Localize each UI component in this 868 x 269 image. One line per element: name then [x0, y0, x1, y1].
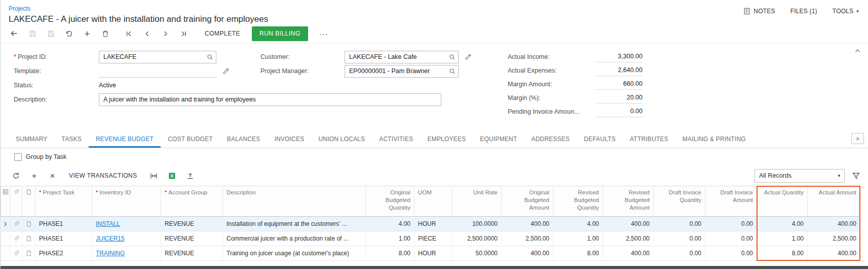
- template-field[interactable]: [99, 65, 216, 78]
- view-transactions-button[interactable]: VIEW TRANSACTIONS: [62, 172, 144, 179]
- cell-actual-amt[interactable]: 2,500.00: [808, 231, 860, 246]
- col-header-unit-rate[interactable]: Unit Rate: [452, 186, 502, 217]
- row-paperclip-icon[interactable]: [10, 217, 22, 231]
- cell-draft-inv-amt[interactable]: 0.00: [705, 217, 757, 231]
- tab-equipment[interactable]: EQUIPMENT: [473, 130, 524, 148]
- tab-attributes[interactable]: ATTRIBUTES: [623, 130, 675, 148]
- cell-draft-inv-amt[interactable]: 0.00: [705, 231, 757, 246]
- col-header-inventory-id[interactable]: *Inventory ID: [92, 186, 161, 217]
- back-button[interactable]: [6, 26, 23, 41]
- col-header-account-group[interactable]: *Account Group: [161, 186, 223, 217]
- more-actions-button[interactable]: ···: [313, 29, 334, 38]
- cell-draft-inv-qty[interactable]: 0.00: [654, 246, 705, 261]
- collapse-form-button[interactable]: [854, 48, 861, 54]
- row-paperclip-icon[interactable]: [10, 231, 22, 246]
- row-note-icon[interactable]: [22, 231, 35, 246]
- tab-invoices[interactable]: INVOICES: [267, 130, 311, 148]
- cell-description[interactable]: Commercial juicer with a production rate…: [223, 231, 366, 246]
- tab-tasks[interactable]: TASKS: [55, 130, 89, 148]
- cell-orig-budget-qty[interactable]: 8.00: [366, 246, 414, 261]
- previous-record-button[interactable]: [138, 26, 156, 41]
- col-header-original-budgeted-quantity[interactable]: Original Budgeted Quantity: [366, 186, 414, 217]
- cell-revised-amt[interactable]: 2,500.00: [603, 231, 654, 246]
- inventory-id-link[interactable]: INSTALL: [96, 220, 120, 227]
- cell-orig-budget-amt[interactable]: 2,500.00: [502, 231, 553, 246]
- last-record-button[interactable]: [175, 26, 192, 41]
- col-header-description[interactable]: Description: [223, 186, 366, 217]
- delete-row-button[interactable]: ×: [44, 169, 61, 183]
- cell-unit-rate[interactable]: 50.0000: [452, 246, 502, 261]
- cell-revised-amt[interactable]: 400.00: [603, 217, 654, 231]
- row-note-icon[interactable]: [22, 217, 35, 231]
- cell-orig-budget-amt[interactable]: 400.00: [502, 217, 553, 231]
- tab-summary[interactable]: SUMMARY: [9, 130, 55, 148]
- cell-project-task[interactable]: PHASE1: [35, 231, 92, 246]
- table-row-juicer15[interactable]: PHASE1JUICER15REVENUECommercial juicer w…: [1, 231, 860, 246]
- table-row-install[interactable]: PHASE1INSTALLREVENUEInstallation of equi…: [1, 217, 860, 231]
- refresh-button[interactable]: [8, 169, 24, 183]
- tools-button[interactable]: TOOLS ▾: [833, 8, 859, 15]
- lookup-icon[interactable]: [449, 68, 456, 75]
- fit-to-screen-icon[interactable]: [145, 169, 162, 183]
- complete-button[interactable]: COMPLETE: [198, 26, 247, 41]
- cell-orig-budget-qty[interactable]: 4.00: [366, 217, 414, 231]
- files-button[interactable]: FILES (1): [790, 8, 817, 15]
- cell-uom[interactable]: HOUR: [414, 246, 452, 261]
- cell-account-group[interactable]: REVENUE: [161, 231, 223, 246]
- notes-button[interactable]: NOTES: [743, 8, 775, 15]
- cell-uom[interactable]: HOUR: [414, 217, 452, 231]
- cell-actual-amt[interactable]: 400.00: [808, 217, 860, 231]
- lookup-icon[interactable]: [207, 54, 213, 60]
- cell-inventory-id[interactable]: TRAINING: [92, 246, 161, 261]
- cell-description[interactable]: Training on juicer usage (at customer's …: [223, 246, 366, 261]
- pencil-icon[interactable]: [222, 68, 230, 75]
- tab-addresses[interactable]: ADDRESSES: [524, 130, 577, 148]
- cell-unit-rate[interactable]: 100.0000: [452, 217, 502, 231]
- records-filter-select[interactable]: All Records ▾: [754, 169, 845, 183]
- row-paperclip-icon[interactable]: [10, 246, 22, 261]
- col-header-revised-budgeted-quantity[interactable]: Revised Budgeted Quantity: [553, 186, 603, 217]
- cell-revised-qty[interactable]: 8.00: [553, 246, 603, 261]
- tab-mailing-printing[interactable]: MAILING & PRINTING: [675, 130, 753, 148]
- filter-icon[interactable]: [852, 172, 860, 180]
- col-header-actual-amount[interactable]: Actual Amount: [808, 186, 860, 217]
- tabs-overflow-button[interactable]: »: [851, 133, 864, 144]
- cell-inventory-id[interactable]: INSTALL: [92, 217, 161, 231]
- cell-project-task[interactable]: PHASE2: [35, 246, 92, 261]
- inventory-id-link[interactable]: JUICER15: [96, 235, 125, 242]
- add-row-button[interactable]: +: [26, 169, 43, 183]
- cell-orig-budget-amt[interactable]: 400.00: [502, 246, 553, 261]
- project-manager-input[interactable]: [345, 68, 458, 75]
- cell-uom[interactable]: PIECE: [414, 231, 452, 246]
- col-header-uom[interactable]: UOM: [414, 186, 452, 217]
- tab-cost-budget[interactable]: COST BUDGET: [161, 130, 220, 148]
- col-header-draft-invoice-amount[interactable]: Draft Invoice Amount: [705, 186, 757, 217]
- breadcrumb[interactable]: Projects: [9, 5, 30, 12]
- cell-description[interactable]: Installation of equipment at the custome…: [223, 217, 366, 231]
- cell-inventory-id[interactable]: JUICER15: [92, 231, 161, 246]
- project-id-input[interactable]: [99, 53, 216, 60]
- col-header-original-budgeted-amount[interactable]: Original Budgeted Amount: [502, 186, 553, 217]
- tab-revenue-budget[interactable]: REVENUE BUDGET: [89, 130, 161, 148]
- cell-draft-inv-qty[interactable]: 0.00: [654, 217, 705, 231]
- cell-actual-qty[interactable]: 8.00: [757, 246, 808, 261]
- tab-employees[interactable]: EMPLOYEES: [421, 130, 473, 148]
- cell-project-task[interactable]: PHASE1: [35, 217, 92, 231]
- export-to-excel-icon[interactable]: [164, 169, 180, 183]
- table-row-training[interactable]: PHASE2TRAININGREVENUETraining on juicer …: [1, 246, 860, 261]
- tab-activities[interactable]: ACTIVITIES: [372, 130, 420, 148]
- cell-unit-rate[interactable]: 2,500.0000: [452, 231, 502, 246]
- cell-actual-qty[interactable]: 4.00: [757, 217, 808, 231]
- pencil-icon[interactable]: [465, 53, 472, 60]
- delete-record-button[interactable]: [97, 26, 114, 41]
- cell-account-group[interactable]: REVENUE: [161, 246, 223, 261]
- grid-settings-icon[interactable]: [1, 186, 10, 217]
- cell-actual-qty[interactable]: 1.00: [757, 231, 808, 246]
- cell-revised-qty[interactable]: 1.00: [553, 231, 603, 246]
- horizontal-scrollbar[interactable]: [1, 266, 868, 269]
- tab-defaults[interactable]: DEFAULTS: [577, 130, 623, 148]
- cell-revised-qty[interactable]: 4.00: [553, 217, 603, 231]
- cancel-undo-button[interactable]: [60, 26, 78, 41]
- col-header-project-task[interactable]: *Project Task: [35, 186, 92, 217]
- col-header-revised-budgeted-amount[interactable]: Revised Budgeted Amount: [603, 186, 654, 217]
